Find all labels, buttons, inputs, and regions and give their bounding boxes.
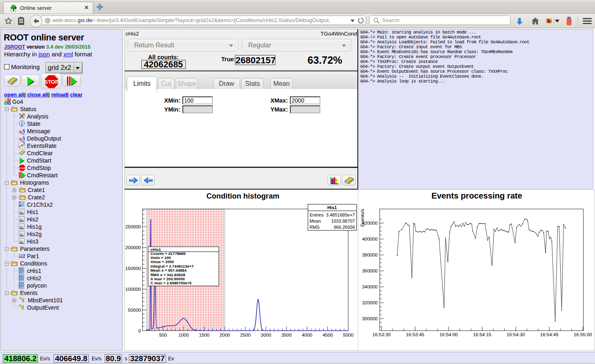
svg-text:A: A [19,136,22,142]
svg-text:STOP: STOP [19,167,25,170]
svg-text:R: R [10,10,12,12]
svg-text:3.4851685e+7: 3.4851685e+7 [326,212,355,217]
svg-text:3000: 3000 [261,333,272,337]
svg-text:360000: 360000 [362,268,377,273]
svg-text:Integral = 2.7446113e+7: Integral = 2.7446113e+7 [150,264,194,268]
svg-text:16:54:30: 16:54:30 [507,332,525,337]
svg-text:i: i [21,121,22,126]
svg-text:16:53:30: 16:53:30 [373,332,391,337]
svg-text:Ω: Ω [22,132,25,135]
svg-text:966.26936: 966.26936 [334,225,355,230]
svg-text:340000: 340000 [362,284,377,289]
svg-text:Entries: Entries [310,212,324,217]
svg-text:2000: 2000 [220,333,230,337]
svg-text:Mean x = 557.44884: Mean x = 557.44884 [150,268,187,272]
svg-text:380000: 380000 [362,252,377,257]
svg-text:3: 3 [23,253,25,257]
svg-text:16:53:45: 16:53:45 [406,332,424,337]
svg-text:100000: 100000 [125,287,141,292]
svg-text:1500: 1500 [199,333,210,337]
svg-text:Ω: Ω [22,139,25,142]
svg-text:0: 0 [138,328,141,333]
svg-text:4000: 4000 [302,333,312,337]
svg-text:420000: 420000 [362,221,377,226]
svg-text:1033.88707: 1033.88707 [331,219,355,223]
svg-text:Condition histogram: Condition histogram [207,192,280,200]
svg-text:C max = 2.6585700e+5: C max = 2.6585700e+5 [150,281,192,285]
svg-text:320000: 320000 [362,300,377,305]
svg-text:RMS: RMS [310,225,319,230]
svg-text:16:54:45: 16:54:45 [540,332,559,337]
svg-text:Xmin = 100: Xmin = 100 [150,255,171,260]
svg-text:5000: 5000 [343,333,354,337]
svg-text:4500: 4500 [322,333,333,337]
svg-text:2500: 2500 [240,333,251,337]
svg-text:Xmax = 2000: Xmax = 2000 [150,259,174,264]
svg-text:His1: His1 [327,205,337,210]
svg-text:Events processing rate: Events processing rate [431,191,522,200]
svg-text:3500: 3500 [281,333,292,337]
svg-text:1000: 1000 [178,333,189,337]
svg-text:T: T [15,10,16,12]
svg-text:250000: 250000 [125,224,141,229]
svg-text:400000: 400000 [362,237,377,241]
svg-text:500: 500 [159,333,167,337]
svg-text:16:54:00: 16:54:00 [440,332,458,337]
svg-text:200000: 200000 [125,245,141,250]
svg-text:16:55:00: 16:55:00 [574,332,592,337]
svg-text:Counts = 41778685: Counts = 41778685 [150,251,186,256]
svg-text:A: A [19,129,22,135]
svg-text:300000: 300000 [362,316,377,321]
svg-text:X max = 200.50000: X max = 200.50000 [150,277,185,281]
svg-text:150000: 150000 [125,266,141,271]
svg-text:Mean: Mean [310,219,321,223]
svg-text:16:54:15: 16:54:15 [473,332,492,337]
svg-text:RMS x = 341.60828: RMS x = 341.60828 [150,272,185,277]
svg-text:50000: 50000 [128,308,141,313]
